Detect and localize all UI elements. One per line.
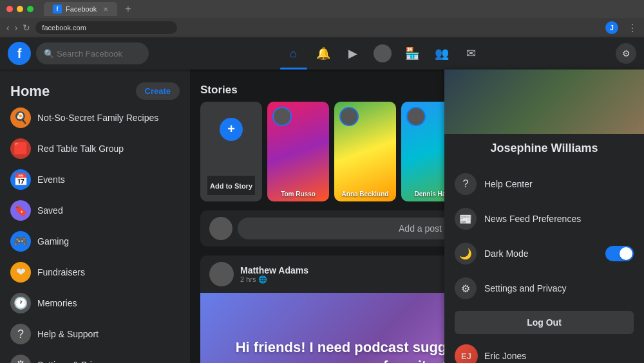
sidebar-label-red-table: Red Table Talk Group [37,144,124,154]
fundraisers-icon: ❤ [10,262,31,283]
browser-menu-icon[interactable]: ⋮ [627,22,638,34]
help-icon: ? [10,324,31,344]
sidebar-label-gaming: Gaming [37,236,69,247]
events-icon: 📅 [10,169,31,190]
sidebar-item-family-recipes[interactable]: 🍳 Not-So-Secret Family Recipes [0,102,190,133]
story-anna-becklund[interactable]: Anna Becklund [334,102,396,201]
sidebar-label-events: Events [37,174,65,185]
saved-icon: 🔖 [10,200,31,221]
news-feed-item[interactable]: 📰 News Feed Preferences [444,201,644,236]
profile-dropdown-panel: Josephine Williams ? Help Center 📰 News … [444,70,644,363]
friend-label-eric: Eric Jones [484,351,526,361]
reload-button[interactable]: ↻ [23,23,30,33]
add-to-story-card[interactable]: + Add to Story [200,102,262,201]
browser-profile[interactable]: J [605,21,618,34]
stories-title: Stories [200,84,238,97]
settings-privacy-label: Settings and Privacy [484,283,567,293]
memories-icon: 🕐 [10,293,31,313]
create-post-placeholder: Add a post [399,223,442,234]
sidebar-item-saved[interactable]: 🔖 Saved [0,195,190,226]
close-dot[interactable] [6,6,13,12]
settings-gear-button[interactable]: ⚙ [616,43,636,64]
post-privacy-icon: 🌐 [258,275,267,284]
tab-favicon: f [53,5,62,14]
sidebar-item-memories[interactable]: 🕐 Memories [0,288,190,319]
dark-mode-icon: 🌙 [455,243,477,265]
address-bar[interactable] [35,21,177,34]
add-story-plus-icon: + [220,118,243,141]
sidebar-item-fundraisers[interactable]: ❤ Fundraisers [0,257,190,288]
story-avatar-dennis [406,107,426,126]
add-story-label: Add to Story [210,182,252,190]
shop-nav-button[interactable]: 🏪 [399,40,426,67]
video-nav-button[interactable]: ▶ [339,40,366,67]
sidebar-item-red-table[interactable]: 🟥 Red Table Talk Group [0,133,190,164]
story-avatar-tom [272,107,292,126]
sidebar-item-settings[interactable]: ⚙ Settings & Privacy [0,349,190,363]
sidebar-label-memories: Memories [37,298,77,308]
news-feed-icon: 📰 [455,208,477,230]
topnav-center: ⌂ 🔔 ▶ 🏪 👥 ✉ [280,40,485,67]
search-wrapper: 🔍 [31,42,149,64]
settings-privacy-icon: ⚙ [455,277,477,299]
minimize-dot[interactable] [17,6,23,12]
story-name-tom: Tom Russo [267,191,329,198]
create-post-avatar [209,217,232,240]
sidebar-label-help: Help & Support [37,329,99,339]
bell-nav-button[interactable]: 🔔 [310,40,337,67]
sidebar-label-fundraisers: Fundraisers [37,267,85,277]
settings-privacy-item[interactable]: ⚙ Settings and Privacy [444,271,644,306]
gaming-icon: 🎮 [10,231,31,252]
avatar-nav-button[interactable] [369,40,396,67]
tab-title: Facebook [66,5,97,13]
settings-icon: ⚙ [10,355,31,363]
left-sidebar: Home Create 🍳 Not-So-Secret Family Recip… [0,37,190,363]
forward-button[interactable]: › [15,23,18,33]
dark-mode-label: Dark Mode [484,248,528,259]
browser-titlebar: f Facebook ✕ + [0,0,644,18]
sidebar-item-help[interactable]: ? Help & Support [0,319,190,349]
sidebar-title: Home [10,83,50,100]
sidebar-item-events[interactable]: 📅 Events [0,164,190,195]
dark-mode-row: 🌙 Dark Mode [444,236,644,271]
profile-header-content: Josephine Williams [444,134,644,167]
home-nav-button[interactable]: ⌂ [280,40,307,67]
story-name-anna: Anna Becklund [334,191,396,198]
sidebar-label-saved: Saved [37,205,63,216]
facebook-app: f 🔍 ⌂ 🔔 ▶ 🏪 👥 ✉ ⚙ Home Create 🍳 Not-S [0,37,644,363]
red-table-icon: 🟥 [10,138,31,159]
back-button[interactable]: ‹ [6,23,10,33]
friend-item-eric[interactable]: EJ Eric Jones [444,339,644,363]
topnav-right: ⚙ [616,43,636,64]
story-tom-russo[interactable]: Tom Russo [267,102,329,201]
post-user-avatar [209,262,234,286]
facebook-logo: f [8,42,31,65]
browser-addressbar: ‹ › ↻ J ⋮ [0,18,644,37]
sidebar-item-gaming[interactable]: 🎮 Gaming [0,226,190,257]
create-button[interactable]: Create [136,82,180,100]
story-avatar-anna [339,107,359,126]
post-time: 2 hrs [240,275,256,283]
help-center-icon: ? [455,173,477,195]
sidebar-label-settings: Settings & Privacy [37,360,111,363]
messenger-nav-button[interactable]: ✉ [458,40,485,67]
profile-user-name: Josephine Williams [491,142,598,155]
browser-chrome: f Facebook ✕ + ‹ › ↻ J ⋮ [0,0,644,37]
help-center-item[interactable]: ? Help Center [444,167,644,201]
groups-nav-button[interactable]: 👥 [428,40,455,67]
new-tab-button[interactable]: + [125,3,131,15]
browser-tab[interactable]: f Facebook ✕ [44,2,117,16]
search-icon: 🔍 [44,49,54,59]
maximize-dot[interactable] [27,6,33,12]
help-center-label: Help Center [484,179,533,189]
friend-avatar-eric: EJ [455,344,478,363]
toggle-thumb [620,247,632,260]
logout-button[interactable]: Log Out [455,311,634,334]
top-navigation: f 🔍 ⌂ 🔔 ▶ 🏪 👥 ✉ ⚙ [0,37,644,70]
dark-mode-toggle[interactable] [605,246,634,261]
news-feed-label: News Feed Preferences [484,214,581,224]
sidebar-header: Home Create [0,75,190,102]
tab-close-icon[interactable]: ✕ [103,6,108,13]
profile-cover-photo [444,70,644,134]
family-recipes-icon: 🍳 [10,107,31,128]
